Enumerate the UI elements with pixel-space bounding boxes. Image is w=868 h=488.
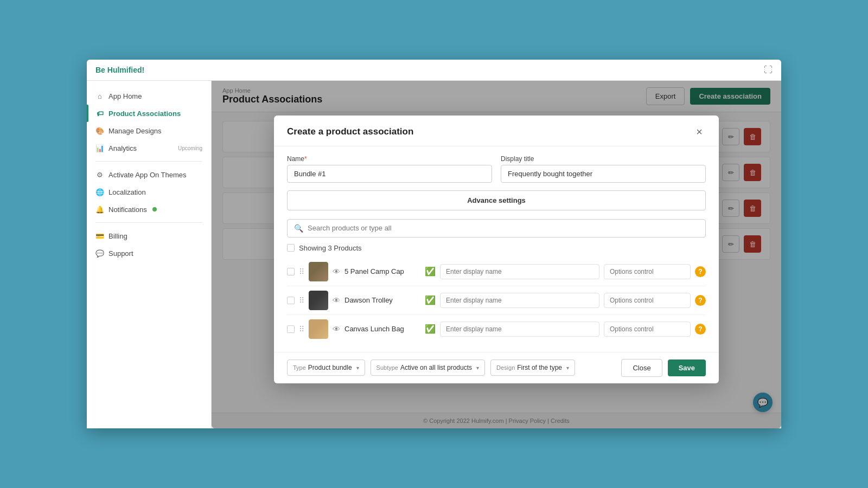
product-name-3: Canvas Lunch Bag bbox=[344, 325, 420, 333]
upcoming-tag: Upcoming bbox=[178, 145, 202, 151]
help-icon-3[interactable]: ? bbox=[695, 324, 706, 335]
sidebar-item-support[interactable]: 💬 Support bbox=[87, 245, 211, 262]
verified-icon-1: ✅ bbox=[425, 266, 436, 277]
modal-footer: Type Product bundle ▾ Subtype Active on … bbox=[274, 352, 719, 383]
gear-icon: ⚙ bbox=[95, 170, 104, 179]
name-input[interactable] bbox=[287, 165, 492, 183]
products-count: Showing 3 Products bbox=[299, 244, 362, 252]
notification-badge bbox=[152, 207, 157, 211]
eye-icon-1[interactable]: 👁 bbox=[333, 267, 340, 276]
app-body: ⌂ App Home 🏷 Product Associations 🎨 Mana… bbox=[87, 81, 781, 428]
brand-name: Hulmified! bbox=[107, 66, 144, 74]
design-dropdown[interactable]: Design First of the type ▾ bbox=[490, 359, 575, 376]
product-checkbox-2[interactable] bbox=[287, 297, 295, 304]
name-label: Name* bbox=[287, 155, 492, 163]
advance-settings-button[interactable]: Advance settings bbox=[287, 190, 706, 210]
help-icon-1[interactable]: ? bbox=[695, 266, 706, 277]
subtype-dropdown[interactable]: Subtype Active on all list products ▾ bbox=[371, 359, 485, 376]
chevron-down-icon: ▾ bbox=[566, 365, 569, 371]
chevron-down-icon: ▾ bbox=[356, 365, 359, 371]
display-title-field-group: Display title bbox=[501, 155, 706, 183]
modal-body: Name* Display title Advance settings bbox=[274, 146, 719, 352]
drag-handle-icon-3[interactable]: ⠿ bbox=[299, 325, 304, 333]
analytics-icon: 📊 bbox=[95, 144, 104, 152]
sidebar-divider-2 bbox=[95, 222, 202, 223]
sidebar: ⌂ App Home 🏷 Product Associations 🎨 Mana… bbox=[87, 81, 212, 428]
product-row-2: ⠿ 👁 Dawson Trolley ✅ ? bbox=[287, 286, 706, 315]
verified-icon-2: ✅ bbox=[425, 295, 436, 305]
options-control-input-2[interactable] bbox=[604, 293, 691, 308]
sidebar-item-label: Support bbox=[108, 249, 133, 258]
options-control-input-1[interactable] bbox=[604, 264, 691, 279]
sidebar-item-analytics[interactable]: 📊 Analytics Upcoming bbox=[87, 139, 211, 157]
sidebar-item-label: App Home bbox=[108, 92, 142, 100]
display-title-label: Display title bbox=[501, 155, 706, 163]
sidebar-item-app-home[interactable]: ⌂ App Home bbox=[87, 87, 211, 105]
close-button[interactable]: Close bbox=[621, 359, 662, 377]
fullscreen-icon[interactable]: ⛶ bbox=[764, 65, 773, 75]
options-control-input-3[interactable] bbox=[604, 322, 691, 337]
subtype-prefix: Subtype bbox=[376, 364, 398, 371]
search-bar: 🔍 bbox=[287, 219, 706, 237]
main-content: App Home Product Associations Export Cre… bbox=[212, 81, 781, 428]
drag-handle-icon-1[interactable]: ⠿ bbox=[299, 267, 304, 276]
product-display-name-input-2[interactable] bbox=[440, 293, 599, 308]
title-bar: Be Hulmified! ⛶ bbox=[87, 60, 781, 81]
sidebar-item-label: Manage Designs bbox=[108, 127, 162, 135]
modal-close-button[interactable]: × bbox=[693, 125, 706, 138]
search-input[interactable] bbox=[308, 224, 699, 232]
product-display-name-input-3[interactable] bbox=[440, 322, 599, 337]
product-thumbnail-1 bbox=[309, 262, 328, 281]
type-dropdown[interactable]: Type Product bundle ▾ bbox=[287, 359, 365, 376]
product-name-1: 5 Panel Camp Cap bbox=[344, 267, 420, 275]
modal-title: Create a product association bbox=[287, 126, 413, 137]
product-thumbnail-3 bbox=[309, 319, 328, 339]
design-prefix: Design bbox=[496, 364, 515, 371]
name-display-row: Name* Display title bbox=[287, 155, 706, 183]
bell-icon: 🔔 bbox=[95, 205, 104, 214]
chevron-down-icon: ▾ bbox=[476, 365, 479, 371]
eye-icon-2[interactable]: 👁 bbox=[333, 296, 340, 305]
modal-header: Create a product association × bbox=[274, 115, 719, 146]
name-field-group: Name* bbox=[287, 155, 492, 183]
drag-handle-icon-2[interactable]: ⠿ bbox=[299, 296, 304, 305]
design-icon: 🎨 bbox=[95, 126, 104, 135]
product-row-1: ⠿ 👁 5 Panel Camp Cap ✅ ? bbox=[287, 258, 706, 286]
product-thumbnail-2 bbox=[309, 291, 328, 310]
product-checkbox-1[interactable] bbox=[287, 268, 295, 275]
sidebar-item-label: Analytics bbox=[108, 144, 137, 152]
verified-icon-3: ✅ bbox=[425, 324, 436, 334]
brand: Be Hulmified! bbox=[95, 66, 144, 74]
sidebar-item-manage-designs[interactable]: 🎨 Manage Designs bbox=[87, 122, 211, 139]
home-icon: ⌂ bbox=[95, 92, 104, 100]
product-list: ⠿ 👁 5 Panel Camp Cap ✅ ? bbox=[287, 258, 706, 343]
sidebar-item-label: Activate App On Themes bbox=[108, 171, 187, 179]
brand-be: Be bbox=[95, 66, 105, 74]
sidebar-item-notifications[interactable]: 🔔 Notifications bbox=[87, 201, 211, 218]
sidebar-item-label: Notifications bbox=[108, 206, 147, 214]
product-row-3: ⠿ 👁 Canvas Lunch Bag ✅ ? bbox=[287, 315, 706, 343]
search-icon: 🔍 bbox=[294, 224, 303, 233]
subtype-value: Active on all list products bbox=[400, 364, 472, 371]
billing-icon: 💳 bbox=[95, 232, 104, 240]
design-value: First of the type bbox=[517, 364, 562, 371]
eye-icon-3[interactable]: 👁 bbox=[333, 325, 340, 333]
sidebar-divider-1 bbox=[95, 161, 202, 162]
sidebar-item-label: Billing bbox=[108, 232, 127, 240]
sidebar-item-billing[interactable]: 💳 Billing bbox=[87, 227, 211, 245]
sidebar-item-label: Localization bbox=[108, 188, 146, 196]
product-display-name-input-1[interactable] bbox=[440, 264, 599, 279]
products-header: Showing 3 Products bbox=[287, 244, 706, 252]
sidebar-item-localization[interactable]: 🌐 Localization bbox=[87, 183, 211, 201]
product-checkbox-3[interactable] bbox=[287, 325, 295, 333]
select-all-checkbox[interactable] bbox=[287, 244, 295, 252]
save-button[interactable]: Save bbox=[668, 359, 706, 376]
sidebar-item-product-associations[interactable]: 🏷 Product Associations bbox=[87, 105, 211, 122]
type-prefix: Type bbox=[293, 364, 306, 371]
create-association-modal: Create a product association × Name* bbox=[274, 115, 719, 383]
help-icon-2[interactable]: ? bbox=[695, 295, 706, 306]
type-value: Product bundle bbox=[308, 364, 352, 371]
sidebar-item-label: Product Associations bbox=[108, 110, 181, 118]
sidebar-item-activate-app[interactable]: ⚙ Activate App On Themes bbox=[87, 166, 211, 183]
display-title-input[interactable] bbox=[501, 165, 706, 183]
